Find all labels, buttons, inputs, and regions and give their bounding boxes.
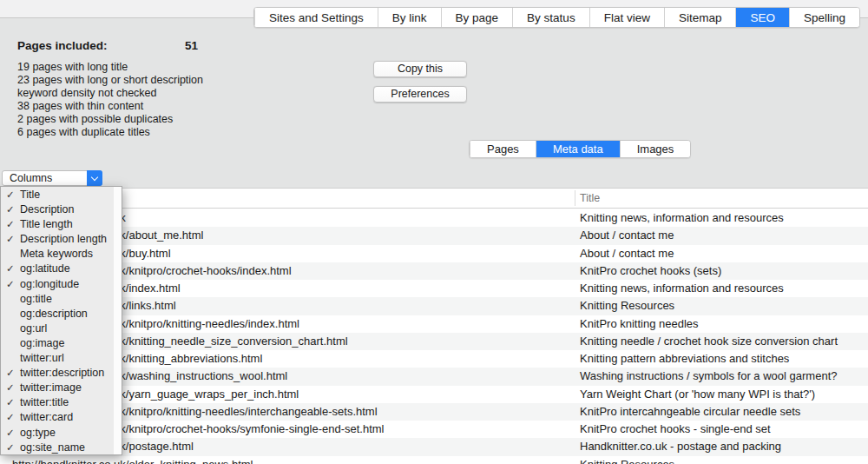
menu-item[interactable]: ✓ twitter:description: [1, 366, 114, 381]
summary-lines: 19 pages with long title 23 pages with l…: [17, 61, 365, 139]
title-cell[interactable]: Knitting Resources: [575, 456, 868, 464]
menu-item[interactable]: ✓ twitter:card: [1, 410, 114, 425]
menu-item[interactable]: ✓ Description: [1, 202, 114, 217]
menu-item[interactable]: ✓ og:description: [1, 307, 114, 321]
menu-item[interactable]: ✓ Title: [1, 188, 114, 202]
summary-line: 19 pages with long title: [17, 61, 365, 74]
summary-line: 6 pages with duplicate titles: [17, 126, 365, 139]
title-cell[interactable]: About / contact me: [575, 227, 868, 244]
menu-item[interactable]: ✓ Title length: [1, 217, 114, 232]
menu-item[interactable]: ✓ Description length: [1, 232, 114, 247]
menu-item-label: og:title: [20, 293, 52, 305]
title-cell[interactable]: Knitting needle / crochet hook size conv…: [575, 333, 868, 350]
menu-item-label: og:url: [20, 322, 47, 335]
menu-item-label: og:site_name: [20, 441, 85, 454]
menu-item-label: Title length: [20, 218, 73, 230]
table-row[interactable]: http://handknitter.co.uk/knitting_needle…: [0, 333, 868, 350]
menu-item[interactable]: ✓ og:site_name: [1, 441, 114, 455]
table-row[interactable]: http://handknitter.co.uk/older_knitting_…: [0, 456, 868, 464]
menu-item-label: twitter:description: [20, 367, 104, 379]
menu-item-label: og:type: [20, 427, 56, 439]
table-row[interactable]: http://handknitter.co.uk/postage.html Ha…: [0, 438, 868, 455]
table-row[interactable]: http://handknitter.co.uk/knitting_abbrev…: [0, 350, 868, 368]
menu-item-label: Description length: [20, 233, 107, 245]
top-tab-item[interactable]: Flat view: [589, 8, 664, 27]
title-cell[interactable]: KnitPro crochet hooks (sets): [575, 262, 868, 280]
summary-line: 23 pages with long or short description: [17, 74, 365, 87]
top-tab-item[interactable]: By page: [441, 8, 513, 27]
column-header-title[interactable]: Title: [580, 189, 600, 209]
checkmark-icon: ✓: [6, 410, 18, 425]
columns-dropdown-button[interactable]: Columns: [2, 170, 102, 186]
title-cell[interactable]: Washing instructions / symbols for a woo…: [575, 368, 868, 385]
url-cell[interactable]: http://handknitter.co.uk/older_knitting_…: [0, 456, 575, 464]
checkmark-icon: ✓: [6, 262, 18, 276]
summary-line: 38 pages with thin content: [17, 100, 365, 113]
table-row[interactable]: http://handknitter.co.uk/yarn_guage_wrap…: [0, 386, 868, 403]
table-row[interactable]: http://handknitter.co.uk/knitpro/crochet…: [0, 262, 868, 280]
summary-heading: Pages included: 51: [17, 39, 365, 53]
table-row[interactable]: http://handknitter.co.uk/about_me.html A…: [0, 227, 868, 244]
pages-included-value: 51: [185, 39, 198, 52]
table-row[interactable]: http://handknitter.co.uk/index.html Knit…: [0, 280, 868, 297]
menu-item-label: twitter:image: [20, 381, 82, 394]
menu-item[interactable]: ✓ twitter:url: [1, 351, 114, 366]
menu-item[interactable]: ✓ Meta keywords: [1, 247, 114, 262]
menu-item[interactable]: ✓ og:image: [1, 336, 114, 351]
table-row[interactable]: http://handknitter.co.uk/knitpro/knittin…: [0, 403, 868, 421]
summary-panel: Pages included: 51 19 pages with long ti…: [17, 39, 365, 139]
top-tab-item[interactable]: Sitemap: [664, 8, 736, 27]
view-tab-bar: Pages Meta data Images: [469, 140, 691, 158]
table-row[interactable]: http://handknitter.co.uk/links.html Knit…: [0, 297, 868, 315]
menu-scrollbar[interactable]: [114, 187, 122, 454]
menu-item[interactable]: ✓ twitter:title: [1, 395, 114, 410]
title-cell[interactable]: About / contact me: [575, 245, 868, 262]
column-separator[interactable]: [575, 190, 575, 206]
title-cell[interactable]: Knitting news, information and resources: [575, 280, 868, 297]
columns-menu-items: ✓ Title ✓ Description ✓ Title length ✓ D…: [1, 188, 114, 454]
checkmark-icon: ✓: [6, 395, 18, 410]
top-tab-item[interactable]: By link: [378, 8, 441, 27]
menu-item-label: og:description: [20, 308, 88, 320]
menu-item-label: twitter:title: [20, 396, 69, 408]
title-cell[interactable]: Knitting Resources: [575, 297, 868, 315]
top-tab-item[interactable]: SEO: [735, 8, 789, 27]
checkmark-icon: ✓: [6, 381, 18, 395]
app-window: Sites and Settings By link By page By st…: [0, 0, 868, 464]
view-tab-item[interactable]: Images: [620, 141, 691, 157]
menu-item[interactable]: ✓ og:title: [1, 292, 114, 307]
top-tab-item[interactable]: By status: [512, 8, 589, 27]
title-cell[interactable]: Handknitter.co.uk - postage and packing: [575, 438, 868, 455]
table-row[interactable]: http://handknitter.co.uk/buy.html About …: [0, 245, 868, 262]
menu-item[interactable]: ✓ og:type: [1, 426, 114, 441]
view-tab-item[interactable]: Pages: [470, 141, 536, 157]
table-row[interactable]: http://handknitter.co.uk Knitting news, …: [0, 209, 868, 227]
checkmark-icon: ✓: [6, 188, 18, 202]
title-cell[interactable]: KnitPro intercahngeable circular needle …: [575, 403, 868, 421]
title-cell[interactable]: Yarn Weight Chart (or 'how many WPI is t…: [575, 386, 868, 403]
top-tab-item[interactable]: Spelling: [789, 8, 859, 27]
menu-item[interactable]: ✓ twitter:image: [1, 381, 114, 395]
title-cell[interactable]: KnitPro crochet hooks - single-end set: [575, 421, 868, 438]
view-tab-item[interactable]: Meta data: [536, 141, 620, 157]
title-cell[interactable]: Knitting pattern abbreviations and stitc…: [575, 350, 868, 368]
menu-item-label: Title: [20, 189, 40, 201]
checkmark-icon: ✓: [6, 202, 18, 217]
menu-item-label: og:longitude: [20, 278, 79, 290]
checkmark-icon: ✓: [6, 277, 18, 292]
top-tab-bar: Sites and Settings By link By page By st…: [253, 7, 860, 28]
popup-button-cap: [87, 170, 102, 186]
title-cell[interactable]: KnitPro knitting needles: [575, 315, 868, 333]
menu-item[interactable]: ✓ og:latitude: [1, 262, 114, 276]
menu-item[interactable]: ✓ og:longitude: [1, 277, 114, 292]
table-row[interactable]: http://handknitter.co.uk/knitpro/knittin…: [0, 315, 868, 333]
table-row[interactable]: http://handknitter.co.uk/knitpro/crochet…: [0, 421, 868, 438]
preferences-button[interactable]: Preferences: [373, 86, 467, 103]
table-row[interactable]: http://handknitter.co.uk/washing_instruc…: [0, 368, 868, 385]
title-cell[interactable]: Knitting news, information and resources: [575, 209, 868, 227]
copy-this-button[interactable]: Copy this: [373, 61, 467, 77]
menu-item[interactable]: ✓ og:url: [1, 321, 114, 336]
menu-item-label: twitter:url: [20, 352, 64, 364]
top-tab-item[interactable]: Sites and Settings: [254, 8, 378, 27]
pages-included-label: Pages included:: [17, 39, 108, 52]
